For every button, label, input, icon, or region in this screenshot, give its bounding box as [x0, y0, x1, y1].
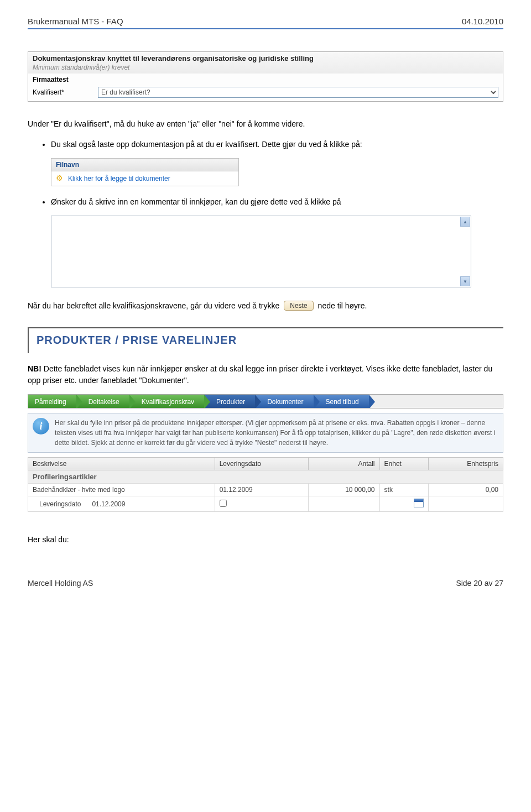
col-antall: Antall — [308, 458, 379, 470]
cell-qty: 10 000,00 — [308, 484, 379, 496]
panel-title: Dokumentasjonskrav knyttet til leverandø… — [33, 54, 498, 62]
step-dokumenter[interactable]: Dokumenter — [255, 395, 313, 408]
calendar-icon[interactable] — [414, 499, 424, 507]
scroll-down-icon[interactable]: ▼ — [460, 276, 470, 286]
grid-category: Profileringsartikler — [28, 470, 503, 484]
step-kvalifikasjonskrav[interactable]: Kvalifikasjonskrav — [129, 395, 204, 408]
product-grid: Beskrivelse Leveringsdato Antall Enhet E… — [28, 457, 503, 512]
wizard-steps: Påmelding Deltakelse Kvalifikasjonskrav … — [28, 394, 503, 408]
add-documents-link[interactable]: Klikk her for å legge til dokumenter — [68, 175, 170, 182]
col-enhetspris: Enhetspris — [429, 458, 503, 470]
col-beskrivelse: Beskrivelse — [28, 458, 215, 470]
comment-textarea[interactable]: ▲ ▼ — [51, 216, 471, 287]
panel-subtitle: Minimum standardnivå(er) krevet — [33, 62, 498, 74]
neste-button[interactable]: Neste — [284, 301, 313, 311]
bullet-write-comment: Ønsker du å skrive inn en kommentar til … — [51, 196, 503, 208]
file-panel-header: Filnavn — [51, 159, 238, 171]
closing-text: Her skal du: — [28, 534, 503, 546]
subrow-label: Leveringsdato — [39, 500, 81, 508]
bullet-upload-docs: Du skal også laste opp dokumentasjon på … — [51, 139, 503, 150]
cell-date: 01.12.2009 — [215, 484, 308, 496]
footer-left: Mercell Holding AS — [28, 579, 93, 588]
kvalifisert-select[interactable]: Er du kvalifisert? — [98, 87, 498, 98]
kvalifisert-label: Kvalifisert* — [33, 88, 93, 96]
doc-header: Brukermanual MTS - FAQ 04.10.2010 — [28, 17, 503, 29]
info-text: Her skal du fylle inn priser på de produ… — [55, 418, 498, 448]
asterisk-icon: * — [61, 88, 64, 96]
info-box: i Her skal du fylle inn priser på de pro… — [28, 413, 503, 453]
step-produkter[interactable]: Produkter — [204, 395, 255, 408]
section-produkter: PRODUKTER / PRISE VARELINJER — [28, 327, 503, 353]
step-deltakelse[interactable]: Deltakelse — [76, 395, 129, 408]
section-note: NB! Dette fanebladet vises kun når innkj… — [28, 363, 503, 392]
scroll-up-icon[interactable]: ▲ — [460, 217, 470, 227]
confirm-line: Når du har bekreftet alle kvalifikasjons… — [28, 301, 503, 311]
page-footer: Mercell Holding AS Side 20 av 27 — [28, 579, 503, 588]
doc-header-right: 04.10.2010 — [462, 17, 503, 26]
subrow-checkbox[interactable] — [220, 500, 227, 507]
firmaattest-label: Firmaattest — [33, 76, 69, 83]
footer-right: Side 20 av 27 — [456, 579, 503, 588]
subrow-date: 01.12.2009 — [92, 500, 125, 508]
table-row: Badehåndklær - hvite med logo 01.12.2009… — [28, 484, 503, 496]
col-leveringsdato: Leveringsdato — [215, 458, 308, 470]
info-icon: i — [33, 418, 49, 434]
paragraph-intro: Under "Er du kvalifisert", må du huke av… — [28, 118, 503, 130]
col-enhet: Enhet — [379, 458, 429, 470]
table-subrow: Leveringsdato 01.12.2009 — [28, 496, 503, 512]
cell-desc: Badehåndklær - hvite med logo — [28, 484, 215, 496]
step-pamelding[interactable]: Påmelding — [28, 395, 76, 408]
cell-unit: stk — [379, 484, 429, 496]
cell-price[interactable]: 0,00 — [429, 484, 503, 496]
qualification-panel: Dokumentasjonskrav knyttet til leverandø… — [28, 51, 503, 102]
section-title: PRODUKTER / PRISE VARELINJER — [29, 328, 503, 353]
step-send-tilbud[interactable]: Send tilbud — [314, 395, 369, 408]
gear-icon — [56, 174, 65, 183]
file-upload-panel: Filnavn Klikk her for å legge til dokume… — [51, 158, 239, 186]
doc-header-left: Brukermanual MTS - FAQ — [28, 17, 123, 26]
